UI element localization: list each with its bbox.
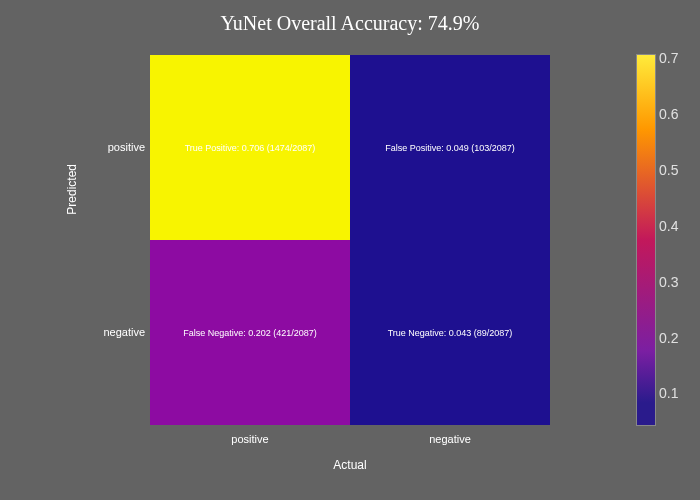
- heatmap-grid: True Positive: 0.706 (1474/2087) False P…: [150, 55, 550, 425]
- cell-fn: False Negative: 0.202 (421/2087): [150, 240, 350, 425]
- cbar-tick: 0.6: [659, 106, 694, 122]
- cell-tn: True Negative: 0.043 (89/2087): [350, 240, 550, 425]
- y-tick-negative: negative: [90, 326, 145, 338]
- colorbar: 0.7 0.6 0.5 0.4 0.3 0.2 0.1: [637, 55, 655, 425]
- confusion-matrix: True Positive: 0.706 (1474/2087) False P…: [150, 55, 550, 425]
- x-axis-label: Actual: [333, 458, 366, 472]
- x-tick-negative: negative: [400, 433, 500, 445]
- cbar-tick: 0.1: [659, 385, 694, 401]
- cbar-tick: 0.3: [659, 274, 694, 290]
- cbar-tick: 0.4: [659, 218, 694, 234]
- cell-label: False Negative: 0.202 (421/2087): [183, 328, 317, 338]
- chart-title: YuNet Overall Accuracy: 74.9%: [0, 0, 700, 41]
- cbar-tick: 0.5: [659, 162, 694, 178]
- cell-label: True Negative: 0.043 (89/2087): [388, 328, 513, 338]
- x-tick-positive: positive: [200, 433, 300, 445]
- cell-label: True Positive: 0.706 (1474/2087): [185, 143, 316, 153]
- cbar-tick: 0.7: [659, 50, 694, 66]
- cell-label: False Positive: 0.049 (103/2087): [385, 143, 515, 153]
- cell-fp: False Positive: 0.049 (103/2087): [350, 55, 550, 240]
- cbar-tick: 0.2: [659, 330, 694, 346]
- y-tick-positive: positive: [90, 141, 145, 153]
- y-axis-label: Predicted: [65, 164, 79, 215]
- cell-tp: True Positive: 0.706 (1474/2087): [150, 55, 350, 240]
